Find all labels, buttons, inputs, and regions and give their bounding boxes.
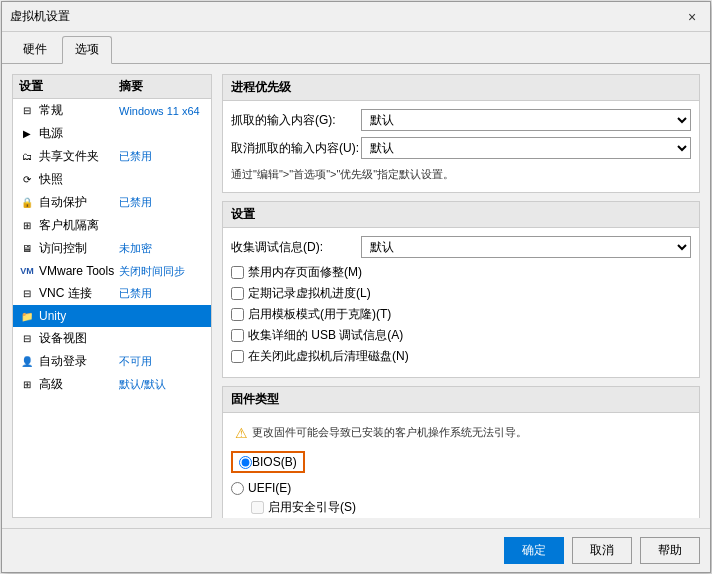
close-button[interactable]: × <box>682 7 702 27</box>
settings-title: 设置 <box>223 202 699 228</box>
uncapture-input-label: 取消抓取的输入内容(U): <box>231 140 361 157</box>
list-item-unity[interactable]: 📁 Unity <box>13 305 211 327</box>
unity-label: Unity <box>39 309 119 323</box>
left-header: 设置 摘要 <box>13 75 211 99</box>
checkbox-disable-mem: 禁用内存页面修整(M) <box>231 264 691 281</box>
vmware-tools-value: 关闭时间同步 <box>119 264 205 279</box>
list-item-shared-folders[interactable]: 🗂 共享文件夹 已禁用 <box>13 145 211 168</box>
list-item-vnc[interactable]: ⊟ VNC 连接 已禁用 <box>13 282 211 305</box>
periodic-snapshot-checkbox[interactable] <box>231 287 244 300</box>
list-item-device-view[interactable]: ⊟ 设备视图 <box>13 327 211 350</box>
bios-label: BIOS(B) <box>252 455 297 469</box>
collect-usb-checkbox[interactable] <box>231 329 244 342</box>
uefi-radio-row: UEFI(E) <box>231 481 691 495</box>
snapshot-label: 快照 <box>39 171 119 188</box>
cancel-button[interactable]: 取消 <box>572 537 632 564</box>
list-item-autoprotect[interactable]: 🔒 自动保护 已禁用 <box>13 191 211 214</box>
firmware-warning: ⚠ 更改固件可能会导致已安装的客户机操作系统无法引导。 <box>231 421 691 445</box>
warning-icon: ⚠ <box>235 425 248 441</box>
list-item-general[interactable]: ⊟ 常规 Windows 11 x64 <box>13 99 211 122</box>
shared-folders-label: 共享文件夹 <box>39 148 119 165</box>
ok-button[interactable]: 确定 <box>504 537 564 564</box>
collect-debug-row: 收集调试信息(D): 默认 <box>231 236 691 258</box>
firmware-body: ⚠ 更改固件可能会导致已安装的客户机操作系统无法引导。 BIOS(B) UEFI… <box>223 413 699 518</box>
guest-isolation-icon: ⊞ <box>19 218 35 234</box>
bios-radio-container-wrapper: BIOS(B) <box>231 451 691 477</box>
checkbox-periodic-snapshot: 定期记录虚拟机进度(L) <box>231 285 691 302</box>
device-view-label: 设备视图 <box>39 330 119 347</box>
priority-body: 抓取的输入内容(G): 默认 取消抓取的输入内容(U): 默认 通过"编辑">"… <box>223 101 699 192</box>
priority-title: 进程优先级 <box>223 75 699 101</box>
firmware-section: 固件类型 ⚠ 更改固件可能会导致已安装的客户机操作系统无法引导。 BIOS(B) <box>222 386 700 518</box>
vnc-label: VNC 连接 <box>39 285 119 302</box>
priority-section: 进程优先级 抓取的输入内容(G): 默认 取消抓取的输入内容(U): 默认 <box>222 74 700 193</box>
checkbox-enable-template: 启用模板模式(用于克隆)(T) <box>231 306 691 323</box>
disable-mem-checkbox[interactable] <box>231 266 244 279</box>
list-item-advanced[interactable]: ⊞ 高级 默认/默认 <box>13 373 211 396</box>
disable-mem-label: 禁用内存页面修整(M) <box>248 264 362 281</box>
capture-input-select[interactable]: 默认 <box>361 109 691 131</box>
clean-disk-label: 在关闭此虚拟机后清理磁盘(N) <box>248 348 409 365</box>
uncapture-input-row: 取消抓取的输入内容(U): 默认 <box>231 137 691 159</box>
list-item-autologin[interactable]: 👤 自动登录 不可用 <box>13 350 211 373</box>
collect-debug-label: 收集调试信息(D): <box>231 239 361 256</box>
list-item-guest-isolation[interactable]: ⊞ 客户机隔离 <box>13 214 211 237</box>
title-bar: 虚拟机设置 × <box>2 2 710 32</box>
tab-options[interactable]: 选项 <box>62 36 112 64</box>
priority-note: 通过"编辑">"首选项">"优先级"指定默认设置。 <box>231 165 691 184</box>
uefi-label: UEFI(E) <box>248 481 291 495</box>
general-icon: ⊟ <box>19 103 35 119</box>
unity-icon: 📁 <box>19 308 35 324</box>
vmware-tools-icon: VM <box>19 263 35 279</box>
collect-usb-label: 收集详细的 USB 调试信息(A) <box>248 327 403 344</box>
shared-folders-value: 已禁用 <box>119 149 205 164</box>
periodic-snapshot-label: 定期记录虚拟机进度(L) <box>248 285 371 302</box>
dialog-title: 虚拟机设置 <box>10 8 70 25</box>
checkbox-collect-usb: 收集详细的 USB 调试信息(A) <box>231 327 691 344</box>
secure-boot-label: 启用安全引导(S) <box>268 499 356 516</box>
device-view-icon: ⊟ <box>19 331 35 347</box>
clean-disk-checkbox[interactable] <box>231 350 244 363</box>
enable-template-label: 启用模板模式(用于克隆)(T) <box>248 306 391 323</box>
bios-radio[interactable] <box>239 456 252 469</box>
col-header-summary: 摘要 <box>119 78 205 95</box>
general-label: 常规 <box>39 102 119 119</box>
access-control-icon: 🖥 <box>19 241 35 257</box>
guest-isolation-label: 客户机隔离 <box>39 217 119 234</box>
help-button[interactable]: 帮助 <box>640 537 700 564</box>
uefi-radio[interactable] <box>231 482 244 495</box>
dialog: 虚拟机设置 × 硬件 选项 设置 摘要 ⊟ 常规 Windows 11 x64 … <box>1 1 711 573</box>
right-panel: 进程优先级 抓取的输入内容(G): 默认 取消抓取的输入内容(U): 默认 <box>222 74 700 518</box>
advanced-icon: ⊞ <box>19 377 35 393</box>
list-item-snapshot[interactable]: ⟳ 快照 <box>13 168 211 191</box>
tabs: 硬件 选项 <box>2 32 710 64</box>
autologin-icon: 👤 <box>19 354 35 370</box>
list-item-power[interactable]: ▶ 电源 <box>13 122 211 145</box>
content: 设置 摘要 ⊟ 常规 Windows 11 x64 ▶ 电源 🗂 共享文件夹 已… <box>2 64 710 528</box>
list-item-access-control[interactable]: 🖥 访问控制 未加密 <box>13 237 211 260</box>
power-label: 电源 <box>39 125 119 142</box>
power-icon: ▶ <box>19 126 35 142</box>
firmware-warning-text: 更改固件可能会导致已安装的客户机操作系统无法引导。 <box>252 425 527 440</box>
list-item-vmware-tools[interactable]: VM VMware Tools 关闭时间同步 <box>13 260 211 282</box>
vmware-tools-label: VMware Tools <box>39 264 119 278</box>
shared-folders-icon: 🗂 <box>19 149 35 165</box>
uncapture-input-select[interactable]: 默认 <box>361 137 691 159</box>
autoprotect-value: 已禁用 <box>119 195 205 210</box>
col-header-setting: 设置 <box>19 78 119 95</box>
secure-boot-checkbox[interactable] <box>251 501 264 514</box>
firmware-title: 固件类型 <box>223 387 699 413</box>
tab-hardware[interactable]: 硬件 <box>10 36 60 63</box>
vnc-value: 已禁用 <box>119 286 205 301</box>
access-control-value: 未加密 <box>119 241 205 256</box>
advanced-label: 高级 <box>39 376 119 393</box>
autologin-value: 不可用 <box>119 354 205 369</box>
checkbox-clean-disk: 在关闭此虚拟机后清理磁盘(N) <box>231 348 691 365</box>
advanced-value: 默认/默认 <box>119 377 205 392</box>
snapshot-icon: ⟳ <box>19 172 35 188</box>
collect-debug-select[interactable]: 默认 <box>361 236 691 258</box>
capture-input-row: 抓取的输入内容(G): 默认 <box>231 109 691 131</box>
enable-template-checkbox[interactable] <box>231 308 244 321</box>
bios-radio-highlighted: BIOS(B) <box>231 451 305 473</box>
bottom-bar: 确定 取消 帮助 <box>2 528 710 572</box>
